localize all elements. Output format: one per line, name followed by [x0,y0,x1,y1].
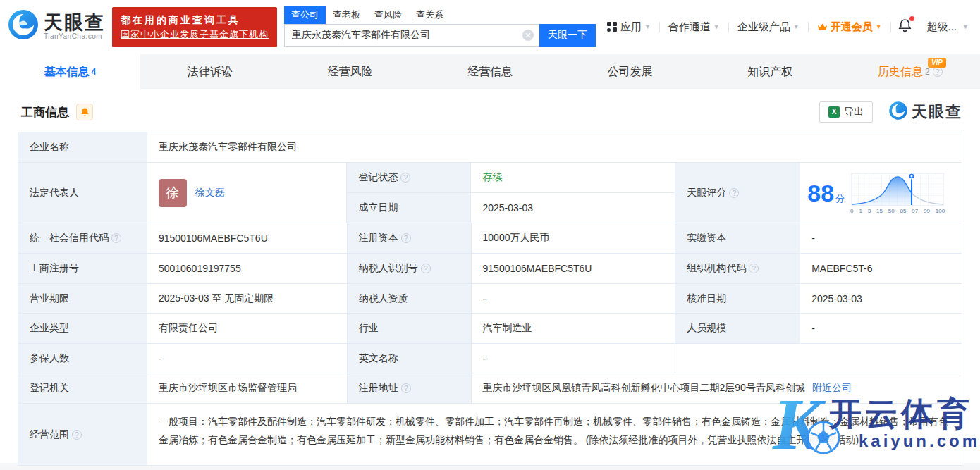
field-label: 组织机构代码 ? [675,254,800,284]
nav-enterprise[interactable]: 企业级产品 ▼ [729,20,808,34]
export-button[interactable]: X 导出 [819,101,873,123]
reg-authority-value: 重庆市沙坪坝区市场监督管理局 [147,373,348,404]
nav-super-vip[interactable]: 超级... [919,20,960,34]
company-name-value: 重庆永茂泰汽车零部件有限公司 [147,132,962,163]
brand-watermark-logo: 天眼查 [888,101,962,123]
business-info-table: 企业名称 重庆永茂泰汽车零部件有限公司 法定代表人 徐 徐文磊 登记状态 ? [18,132,962,466]
reg-address-value: 重庆市沙坪坝区凤凰镇青凤高科创新孵化中心项目二期2层90号青凤科创城 [483,382,805,395]
help-icon[interactable]: ? [933,67,943,77]
help-icon[interactable]: ? [729,188,739,198]
chevron-down-icon: ▼ [644,23,651,30]
logo-title: 天眼查 [44,13,105,32]
apps-grid-icon [607,22,617,32]
tab-intellectual-property[interactable]: 知识产权 [700,54,840,89]
field-label: 核准日期 [675,284,800,314]
search-tab-boss[interactable]: 查老板 [326,6,367,24]
vip-badge: VIP [928,58,946,68]
field-label: 统一社会信用代码 ? [18,223,147,254]
field-label: 纳税人资质 [348,284,472,314]
field-label: 工商注册号 [18,254,147,284]
industry-value: 汽车制造业 [472,314,676,344]
org-code-value: MAEBFC5T-6 [800,254,962,284]
search-tab-relation[interactable]: 查关系 [409,6,451,24]
tab-history-info[interactable]: VIP 历史信息 2 ? [840,54,980,89]
legal-rep-avatar[interactable]: 徐 [159,179,187,207]
search-tab-company[interactable]: 查公司 [284,6,326,24]
paid-capital-value: - [800,223,962,254]
score-unit: 分 [835,193,845,204]
biz-term-value: 2025-03-03 至 无固定期限 [147,284,348,314]
reg-status-value: 存续 [471,163,675,193]
english-name-value: - [472,344,676,373]
help-icon[interactable]: ? [401,233,411,243]
tab-basic-info[interactable]: 基本信息 4 [0,54,140,89]
help-icon[interactable]: ? [749,264,759,273]
chevron-down-icon[interactable]: ▼ [962,23,969,30]
field-label: 参保人数 [18,344,147,373]
search-tab-risk[interactable]: 查风险 [367,6,409,24]
legal-rep-cell: 徐 徐文磊 [147,163,348,223]
taxpayer-quality-value: - [472,284,676,314]
top-header: 天眼查 TianYanCha.com 都在用的商业查询工具 国家中小企业发展子基… [0,0,980,54]
chevron-down-icon: ▼ [876,23,882,30]
notification-bell-icon[interactable] [891,18,919,35]
score-distribution-chart: 0131550859799100 [850,172,945,214]
site-logo[interactable]: 天眼查 TianYanCha.com [7,8,105,44]
field-label: 登记状态 ? [347,163,471,193]
excel-icon: X [828,106,840,118]
tab-operating-risk[interactable]: 经营风险 [280,54,420,89]
company-tabbar: 基本信息 4 法律诉讼 经营风险 经营信息 公司发展 知识产权 VIP 历史信息… [0,54,980,89]
help-icon[interactable]: ? [401,383,411,393]
nav-partner[interactable]: 合作通道 ▼ [660,20,728,34]
approval-date-value: 2025-03-03 [800,284,962,314]
help-icon[interactable]: ? [111,233,121,243]
nearby-companies-link[interactable]: 附近公司 [812,382,852,395]
clear-icon[interactable]: ✕ [522,30,534,41]
company-type-value: 有限责任公司 [147,314,348,344]
credit-code-value: 91500106MAEBFC5T6U [147,223,348,254]
score-axis-labels: 0131550859799100 [850,208,945,214]
taxpayer-id-value: 91500106MAEBFC5T6U [472,254,676,284]
section-title: 工商信息 [21,104,69,120]
field-label: 实缴资本 [675,223,800,254]
help-icon[interactable]: ? [400,173,410,183]
search-widget: 查公司 查老板 查风险 查关系 ✕ 天眼一下 [284,6,596,47]
search-button[interactable]: 天眼一下 [539,24,596,47]
field-label: 法定代表人 [18,163,147,223]
field-label: 注册地址 ? [348,373,472,404]
tianyancha-swirl-icon [7,8,39,44]
insured-count-value: - [147,344,348,373]
field-label: 企业类型 [18,314,147,344]
nav-vip-upgrade[interactable]: 开通会员 ▼ [809,20,890,34]
field-label: 登记机关 [18,373,147,404]
chevron-down-icon: ▼ [793,23,800,30]
crown-icon [817,23,828,32]
field-label: 纳税人识别号 ? [348,254,472,284]
help-icon[interactable]: ? [421,264,431,273]
help-icon[interactable]: ? [72,430,82,440]
logo-subtitle: TianYanCha.com [44,32,105,40]
nav-apps[interactable]: 应用 ▼ [599,20,659,34]
empty-cell [675,344,962,373]
tyc-score-cell[interactable]: 88分 [800,163,962,223]
field-label: 营业期限 [18,284,147,314]
establish-date-value: 2025-03-03 [471,193,675,223]
promo-line1: 都在用的商业查询工具 [121,12,269,27]
tianyancha-swirl-icon [888,101,908,123]
staff-size-value: - [800,314,962,344]
field-label: 英文名称 [348,344,472,373]
tianyancha-company-page: 天眼查 TianYanCha.com 都在用的商业查询工具 国家中小企业发展子基… [0,0,980,470]
search-tabs: 查公司 查老板 查风险 查关系 [284,6,596,24]
notification-dot [909,16,914,21]
field-label: 成立日期 [347,193,471,223]
tab-company-development[interactable]: 公司发展 [560,54,700,89]
score-value: 88 [807,180,834,206]
search-input[interactable] [284,24,539,47]
promo-line2: 国家中小企业发展子基金旗下机构 [121,27,269,42]
reg-number-value: 500106019197755 [147,254,348,284]
tab-legal-proceedings[interactable]: 法律诉讼 [140,54,281,89]
tab-operating-info[interactable]: 经营信息 [420,54,561,89]
subscribe-bell-icon[interactable] [76,104,93,120]
field-label: 人员规模 [675,314,800,344]
legal-rep-link[interactable]: 徐文磊 [195,187,225,199]
